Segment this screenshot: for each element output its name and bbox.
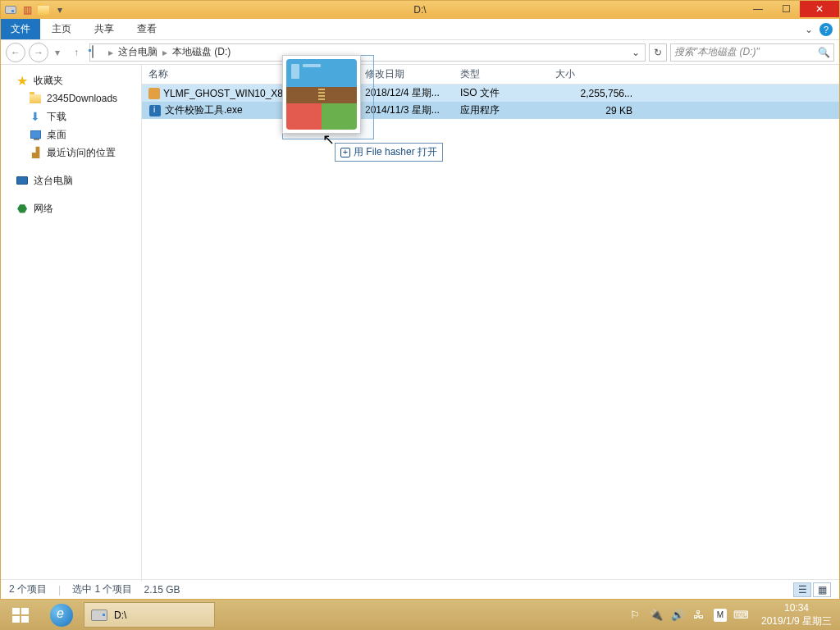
titlebar[interactable]: ▥ ▾ D:\ — ☐ ✕ xyxy=(1,1,839,19)
svg-rect-1 xyxy=(21,608,29,614)
window-title: D:\ xyxy=(413,4,426,16)
new-folder-icon[interactable] xyxy=(37,3,50,16)
system-tray: ⚐ 🔌 🔊 🖧 M ⌨ 10:34 2019/1/9 星期三 xyxy=(628,600,840,630)
column-headers: 名称 修改日期 类型 大小 xyxy=(142,65,839,84)
recent-icon: ▟ xyxy=(29,146,42,159)
address-segment[interactable]: 本地磁盘 (D:) xyxy=(171,45,232,59)
column-date[interactable]: 修改日期 xyxy=(358,65,454,84)
tab-share[interactable]: 共享 xyxy=(83,19,126,39)
recent-locations-icon[interactable]: ▾ xyxy=(52,43,63,62)
file-row[interactable]: YLMF_GHOST_WIN10_X86_V2018_12.iso 2018/1… xyxy=(142,84,839,102)
details-view-button[interactable]: ☰ xyxy=(793,582,811,597)
address-segment[interactable]: 这台电脑 xyxy=(116,45,159,59)
network-icon[interactable]: 🖧 xyxy=(692,609,705,622)
folder-icon xyxy=(29,92,42,105)
properties-icon[interactable]: ▥ xyxy=(21,3,34,16)
file-row[interactable]: 文件校验工具.exe 2014/11/3 星期... 应用程序 29 KB xyxy=(142,102,839,119)
plus-icon: + xyxy=(340,148,350,158)
download-icon: ⬇ xyxy=(29,110,42,123)
svg-rect-3 xyxy=(21,616,29,623)
sidebar-computer[interactable]: 这台电脑 xyxy=(1,171,141,189)
expand-ribbon-icon[interactable]: ⌄ xyxy=(805,24,813,35)
forward-button[interactable]: → xyxy=(29,43,48,62)
star-icon: ★ xyxy=(16,74,29,87)
drive-icon xyxy=(4,3,17,16)
window-controls: — ☐ ✕ xyxy=(744,1,839,17)
explorer-window: ▥ ▾ D:\ — ☐ ✕ 文件 主页 共享 查看 ⌄ ? ← → ▾ ↑ ▸ … xyxy=(0,0,840,600)
network-icon: ⬣ xyxy=(16,202,29,215)
ribbon-tabs: 文件 主页 共享 查看 ⌄ ? xyxy=(1,19,839,40)
ie-icon xyxy=(50,604,73,627)
sidebar-network[interactable]: ⬣网络 xyxy=(1,199,141,217)
desktop-icon xyxy=(29,128,42,141)
file-list[interactable]: 名称 修改日期 类型 大小 YLMF_GHOST_WIN10_X86_V2018… xyxy=(142,65,839,582)
taskbar-clock[interactable]: 10:34 2019/1/9 星期三 xyxy=(756,602,837,628)
chevron-right-icon[interactable]: ▸ xyxy=(161,47,169,58)
input-icon[interactable]: ⌨ xyxy=(735,609,748,622)
drop-tooltip: + 用 File hasher 打开 xyxy=(335,143,443,162)
column-size[interactable]: 大小 xyxy=(549,65,639,84)
status-bar: 2 个项目 | 选中 1 个项目 2.15 GB ☰ ▦ xyxy=(1,579,839,599)
ime-icon[interactable]: M xyxy=(714,609,727,622)
navigation-bar: ← → ▾ ↑ ▸ 这台电脑 ▸ 本地磁盘 (D:) ⌄ ↻ 搜索"本地磁盘 (… xyxy=(1,40,839,65)
windows-logo-icon xyxy=(11,605,30,625)
sidebar-item-desktop[interactable]: 桌面 xyxy=(1,126,141,144)
taskbar-ie[interactable] xyxy=(41,600,82,630)
status-selected-count: 选中 1 个项目 xyxy=(72,582,132,596)
up-button[interactable]: ↑ xyxy=(66,43,86,62)
navigation-pane: ★收藏夹 2345Downloads ⬇下载 桌面 ▟最近访问的位置 这台电脑 … xyxy=(1,65,142,582)
file-tab[interactable]: 文件 xyxy=(1,19,40,39)
status-size: 2.15 GB xyxy=(144,584,180,596)
search-input[interactable]: 搜索"本地磁盘 (D:)" 🔍 xyxy=(670,43,834,62)
svg-rect-0 xyxy=(12,608,20,614)
svg-rect-2 xyxy=(12,616,20,623)
close-button[interactable]: ✕ xyxy=(800,1,839,17)
taskbar[interactable]: D:\ ⚐ 🔌 🔊 🖧 M ⌨ 10:34 2019/1/9 星期三 xyxy=(0,600,840,630)
exe-icon xyxy=(148,104,162,117)
power-icon[interactable]: 🔌 xyxy=(650,609,663,622)
back-button[interactable]: ← xyxy=(6,43,25,62)
search-placeholder: 搜索"本地磁盘 (D:)" xyxy=(674,45,760,59)
chevron-right-icon[interactable]: ▸ xyxy=(107,47,115,58)
volume-icon[interactable]: 🔊 xyxy=(671,609,684,622)
tab-home[interactable]: 主页 xyxy=(40,19,83,39)
iso-icon xyxy=(148,87,160,100)
icons-view-button[interactable]: ▦ xyxy=(813,582,831,597)
start-button[interactable] xyxy=(0,600,41,630)
address-dropdown-icon[interactable]: ⌄ xyxy=(628,47,643,58)
tab-view[interactable]: 查看 xyxy=(126,19,168,39)
drive-icon xyxy=(91,609,107,621)
sidebar-item-downloads[interactable]: ⬇下载 xyxy=(1,107,141,126)
minimize-button[interactable]: — xyxy=(744,1,772,17)
computer-icon xyxy=(16,174,29,187)
quick-access-toolbar: ▥ ▾ xyxy=(1,3,66,16)
address-bar[interactable]: ▸ 这台电脑 ▸ 本地磁盘 (D:) ⌄ xyxy=(89,43,646,62)
sidebar-favorites[interactable]: ★收藏夹 xyxy=(1,71,141,89)
column-type[interactable]: 类型 xyxy=(454,65,549,84)
taskbar-app-explorer[interactable]: D:\ xyxy=(84,602,215,628)
qat-dropdown-icon[interactable]: ▾ xyxy=(53,3,66,16)
search-icon[interactable]: 🔍 xyxy=(818,47,830,58)
drag-ghost xyxy=(282,55,361,134)
drive-icon xyxy=(92,46,105,59)
help-icon[interactable]: ? xyxy=(819,23,833,36)
sidebar-item-recent[interactable]: ▟最近访问的位置 xyxy=(1,144,141,162)
status-item-count: 2 个项目 xyxy=(9,582,47,596)
sidebar-item-2345downloads[interactable]: 2345Downloads xyxy=(1,89,141,107)
action-center-icon[interactable]: ⚐ xyxy=(628,609,641,622)
refresh-button[interactable]: ↻ xyxy=(649,43,667,62)
archive-icon xyxy=(286,59,357,130)
maximize-button[interactable]: ☐ xyxy=(772,1,800,17)
